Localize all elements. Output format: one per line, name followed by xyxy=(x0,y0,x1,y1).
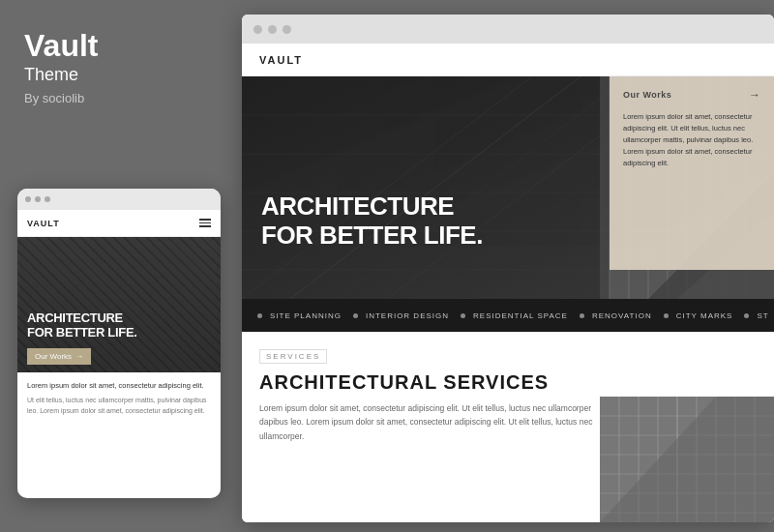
bottom-building-image xyxy=(600,397,774,522)
brand-section: Vault Theme By sociolib xyxy=(24,29,213,105)
nav-item-renovation[interactable]: RENOVATION xyxy=(580,311,652,320)
our-works-card: Our Works → Lorem ipsum dolor sit amet, … xyxy=(610,76,774,270)
nav-dot-icon xyxy=(353,313,358,318)
mobile-hero-text: ARCHITECTURE FOR BETTER LIFE. xyxy=(27,310,211,340)
nav-item-city-marks[interactable]: CITY MARKS xyxy=(664,311,733,320)
nav-item-label: RESIDENTIAL SPACE xyxy=(473,311,568,320)
arch-services-title: ARCHITECTURAL SERVICES xyxy=(259,371,757,394)
mobile-nav: VAULT xyxy=(17,210,221,237)
brand-subtitle: Theme xyxy=(24,65,213,85)
nav-item-label: INTERIOR DESIGN xyxy=(366,311,449,320)
brand-title: Vault xyxy=(24,29,213,63)
hamburger-icon[interactable] xyxy=(199,219,211,227)
desktop-mockup: VAULT xyxy=(242,15,774,522)
svg-rect-12 xyxy=(242,76,610,299)
desktop-dot-2 xyxy=(268,25,277,34)
desktop-dot-1 xyxy=(253,25,262,34)
nav-dot-icon xyxy=(461,313,465,318)
desktop-nav-brand: VAULT xyxy=(259,54,303,66)
desktop-nav: VAULT xyxy=(242,44,774,76)
desktop-items-bar: SITE PLANNINGINTERIOR DESIGNRESIDENTIAL … xyxy=(242,299,774,332)
mobile-our-works-button[interactable]: Our Works → xyxy=(27,348,91,365)
our-works-label: Our Works xyxy=(623,90,671,100)
left-panel: Vault Theme By sociolib VAULT ARCHITECTU… xyxy=(0,0,237,532)
nav-item-label: SITE PLANNING xyxy=(270,311,342,320)
brand-by: By sociolib xyxy=(24,91,213,105)
mobile-hero: ARCHITECTURE FOR BETTER LIFE. Our Works … xyxy=(17,237,221,372)
mobile-dot-3 xyxy=(45,196,50,202)
mobile-lorem-bold: Lorem ipsum dolor sit amet, consectetur … xyxy=(27,380,211,391)
our-works-text: Lorem ipsum dolor sit amet, consectetur … xyxy=(623,111,760,169)
services-badge: SERVICES xyxy=(259,349,327,364)
nav-item-site-planning[interactable]: SITE PLANNING xyxy=(257,311,342,320)
nav-dot-icon xyxy=(744,313,749,318)
nav-item-residential-space[interactable]: RESIDENTIAL SPACE xyxy=(461,311,568,320)
desktop-hero: ARCHITECTURE FOR BETTER LIFE. Our Works … xyxy=(242,76,774,299)
nav-item-label: RENOVATION xyxy=(592,311,652,320)
mobile-lorem-light: Ut elit tellus, luctus nec ullamcorper m… xyxy=(27,396,211,416)
desktop-bottom: SERVICES ARCHITECTURAL SERVICES Lorem ip… xyxy=(242,332,774,522)
desktop-dot-3 xyxy=(283,25,291,34)
mobile-dot-2 xyxy=(35,196,41,202)
desktop-browser-bar xyxy=(242,15,774,44)
mobile-browser-bar xyxy=(17,189,221,210)
mobile-dot-1 xyxy=(25,196,31,202)
desktop-hero-text: ARCHITECTURE FOR BETTER LIFE. xyxy=(261,192,483,251)
our-works-header: Our Works → xyxy=(623,88,760,102)
arch-services-desc: Lorem ipsum dolor sit amet, consectetur … xyxy=(259,401,608,443)
nav-item-label: CITY MARKS xyxy=(676,311,733,320)
nav-item-label: ST xyxy=(757,311,768,320)
mobile-content: Lorem ipsum dolor sit amet, consectetur … xyxy=(17,372,221,424)
mobile-mockup: VAULT ARCHITECTURE FOR BETTER LIFE. Our … xyxy=(17,189,221,498)
nav-dot-icon xyxy=(664,313,669,318)
nav-dot-icon xyxy=(580,313,584,318)
our-works-arrow: → xyxy=(749,88,760,102)
nav-item-st[interactable]: ST xyxy=(744,311,768,320)
nav-item-interior-design[interactable]: INTERIOR DESIGN xyxy=(353,311,449,320)
mobile-nav-brand: VAULT xyxy=(27,219,60,228)
nav-dot-icon xyxy=(257,313,262,318)
